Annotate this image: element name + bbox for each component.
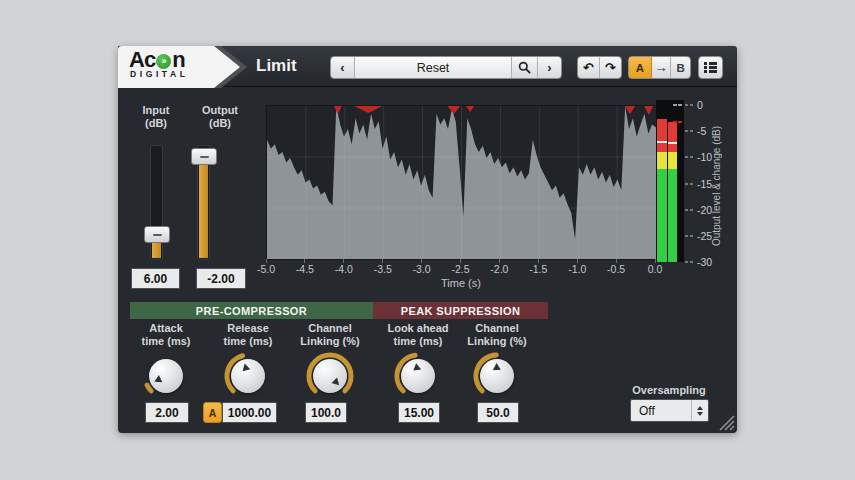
channel-linking-pre-knob[interactable] (306, 352, 354, 400)
desktop-background: Ac » n DIGITAL Limit ‹ Reset › (0, 0, 855, 480)
knob-pointer-icon (412, 363, 421, 371)
oversampling-value: Off (631, 404, 691, 418)
time-axis-tick-label: -1.5 (520, 263, 556, 275)
logo-subtext: DIGITAL (118, 69, 241, 79)
preset-next-button[interactable]: › (538, 57, 561, 78)
logo-text-n: n (172, 49, 184, 71)
channel-linking-peak-knob[interactable] (473, 352, 521, 400)
meter-scale-tick: -15 (685, 179, 712, 189)
output-gain-value[interactable]: -2.00 (196, 268, 246, 289)
time-axis-title: Time (s) (426, 277, 496, 289)
menu-button[interactable] (698, 56, 723, 79)
meter-scale-tick: -5 (685, 126, 706, 136)
release-time-label: Releasetime (ms) (208, 322, 288, 347)
release-time-knob[interactable] (224, 352, 272, 400)
plugin-title: Limit (256, 46, 297, 86)
logo-play-icon: » (156, 54, 171, 69)
output-level-graph (266, 105, 657, 260)
list-menu-icon (704, 61, 717, 75)
peak-suppression-section-header: PEAK SUPPRESSION (373, 302, 548, 319)
input-gain-value[interactable]: 6.00 (131, 268, 180, 289)
ab-compare-control: A → B (628, 56, 691, 79)
input-fader-fill (152, 242, 161, 258)
time-axis-tick-label: -0.5 (598, 263, 634, 275)
logo-text-ac: Ac (129, 49, 155, 71)
knob-pointer-icon (493, 363, 501, 370)
knob-pointer-icon (241, 362, 251, 371)
attack-time-label: Attacktime (ms) (126, 322, 206, 347)
input-fader-label: Input (dB) (128, 104, 184, 129)
attack-time-knob[interactable] (142, 352, 190, 400)
meter-peak-hold-line (657, 141, 667, 143)
gain-change-marker (673, 121, 677, 123)
output-fader-handle[interactable] (191, 148, 217, 165)
attack-time-value[interactable]: 2.00 (145, 402, 189, 423)
gain-change-marker (678, 104, 682, 106)
spinner-arrows-icon (691, 400, 708, 421)
knob-pointer-icon (331, 377, 342, 388)
look-ahead-time-label: Look aheadtime (ms) (378, 322, 458, 347)
time-axis-tick-label: -4.5 (287, 263, 323, 275)
time-axis-tick-label: -3.5 (365, 263, 401, 275)
gain-change-marker (673, 104, 677, 106)
redo-icon: ↷ (605, 60, 616, 75)
preset-selector: ‹ Reset › (330, 56, 562, 79)
meter-axis-label: Output level & change (dB) (711, 108, 727, 264)
undo-redo-group: ↶ ↷ (577, 56, 622, 79)
channel-linking-peak-label: ChannelLinking (%) (457, 322, 537, 347)
release-auto-badge[interactable]: A (203, 402, 222, 423)
time-axis-tick-label: -5.0 (248, 263, 284, 275)
meter-scale-tick: 0 (685, 100, 703, 110)
output-level-meter (656, 100, 684, 262)
time-axis-tick-label: -4.0 (326, 263, 362, 275)
title-bar: Ac » n DIGITAL Limit ‹ Reset › (118, 46, 737, 87)
look-ahead-time-knob[interactable] (394, 352, 442, 400)
time-axis-tick-label: -2.0 (481, 263, 517, 275)
channel-linking-pre-value[interactable]: 100.0 (305, 402, 347, 423)
time-axis-tick-label: -2.5 (443, 263, 479, 275)
redo-button[interactable]: ↷ (600, 57, 621, 78)
input-fader-handle[interactable] (144, 226, 170, 243)
chevron-right-icon: › (547, 60, 551, 75)
output-fader-fill (199, 164, 208, 258)
waveform-display (267, 106, 656, 259)
undo-icon: ↶ (583, 60, 594, 75)
ab-b-button[interactable]: B (671, 57, 690, 78)
release-time-value[interactable]: 1000.00 (222, 402, 277, 423)
search-icon (518, 61, 531, 74)
chevron-left-icon: ‹ (340, 60, 344, 75)
pre-compressor-section-header: PRE-COMPRESSOR (130, 302, 373, 319)
meter-scale-tick: -25 (685, 231, 712, 241)
plugin-window: Ac » n DIGITAL Limit ‹ Reset › (118, 46, 737, 433)
channel-linking-pre-label: ChannelLinking (%) (290, 322, 370, 347)
preset-name[interactable]: Reset (354, 57, 512, 78)
undo-button[interactable]: ↶ (578, 57, 600, 78)
ab-a-button[interactable]: A (629, 57, 652, 78)
knob-pointer-rotator (479, 358, 514, 393)
oversampling-label: Oversampling (627, 384, 711, 396)
output-fader-label: Output (dB) (192, 104, 248, 129)
look-ahead-time-value[interactable]: 15.00 (398, 402, 440, 423)
meter-scale-tick: -30 (685, 257, 712, 267)
oversampling-select[interactable]: Off (630, 399, 709, 422)
resize-grip[interactable] (710, 406, 736, 432)
ab-copy-button[interactable]: → (652, 57, 672, 78)
time-axis-tick-label: 0.0 (637, 263, 673, 275)
time-axis-tick-label: -1.0 (559, 263, 595, 275)
meter-peak-hold-line (668, 142, 677, 144)
channel-linking-peak-value[interactable]: 50.0 (477, 402, 519, 423)
gain-change-marker (678, 121, 682, 123)
arrow-right-icon: → (654, 60, 667, 75)
knob-pointer-rotator (399, 357, 437, 395)
preset-prev-button[interactable]: ‹ (331, 57, 354, 78)
knob-pointer-icon (153, 375, 163, 385)
meter-scale-tick: -10 (685, 152, 712, 162)
time-axis-tick-label: -3.0 (404, 263, 440, 275)
meter-scale-tick: -20 (685, 205, 712, 215)
preset-search-button[interactable] (512, 57, 538, 78)
